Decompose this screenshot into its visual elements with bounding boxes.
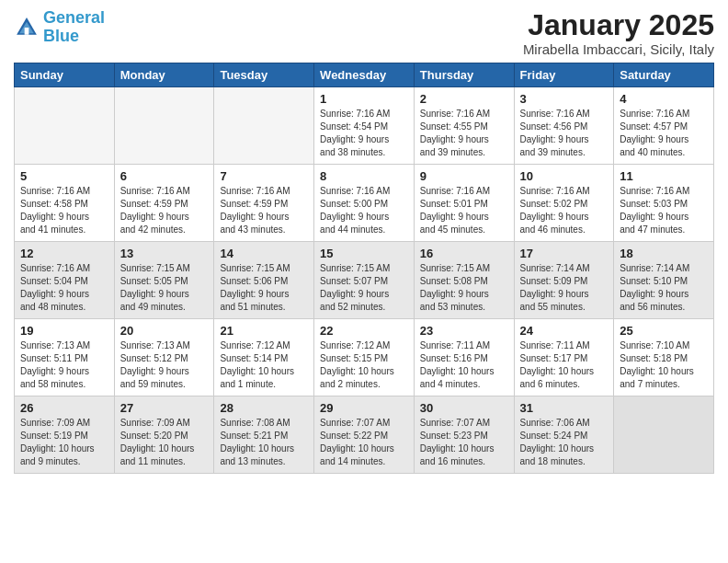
- week-row-4: 19Sunrise: 7:13 AMSunset: 5:11 PMDayligh…: [15, 319, 714, 396]
- day-info: Sunrise: 7:16 AMSunset: 4:59 PMDaylight:…: [120, 185, 209, 236]
- calendar-header-row: Sunday Monday Tuesday Wednesday Thursday…: [15, 63, 714, 87]
- calendar-cell-w3-d7: 18Sunrise: 7:14 AMSunset: 5:10 PMDayligh…: [614, 242, 714, 319]
- day-number: 22: [320, 324, 408, 338]
- header-wednesday: Wednesday: [314, 63, 415, 87]
- day-info: Sunrise: 7:15 AMSunset: 5:07 PMDaylight:…: [320, 262, 408, 314]
- day-info: Sunrise: 7:11 AMSunset: 5:17 PMDaylight:…: [520, 339, 609, 391]
- day-info: Sunrise: 7:07 AMSunset: 5:23 PMDaylight:…: [420, 417, 508, 468]
- calendar-cell-w3-d3: 14Sunrise: 7:15 AMSunset: 5:06 PMDayligh…: [214, 242, 314, 319]
- header-monday: Monday: [114, 63, 214, 87]
- day-info: Sunrise: 7:16 AMSunset: 5:02 PMDaylight:…: [520, 185, 609, 236]
- calendar-cell-w1-d1: [15, 87, 115, 165]
- day-number: 11: [620, 169, 708, 183]
- day-number: 9: [420, 169, 508, 183]
- calendar-cell-w3-d2: 13Sunrise: 7:15 AMSunset: 5:05 PMDayligh…: [114, 242, 214, 319]
- day-info: Sunrise: 7:15 AMSunset: 5:05 PMDaylight:…: [120, 262, 209, 314]
- day-info: Sunrise: 7:16 AMSunset: 5:01 PMDaylight:…: [420, 185, 508, 236]
- day-info: Sunrise: 7:14 AMSunset: 5:10 PMDaylight:…: [620, 262, 708, 314]
- day-info: Sunrise: 7:10 AMSunset: 5:18 PMDaylight:…: [620, 339, 708, 391]
- day-number: 6: [120, 169, 209, 183]
- logo-icon: [14, 15, 40, 40]
- calendar-cell-w4-d3: 21Sunrise: 7:12 AMSunset: 5:14 PMDayligh…: [214, 319, 314, 396]
- day-number: 29: [320, 401, 408, 415]
- calendar-cell-w2-d5: 9Sunrise: 7:16 AMSunset: 5:01 PMDaylight…: [414, 165, 514, 242]
- calendar-cell-w1-d7: 4Sunrise: 7:16 AMSunset: 4:57 PMDaylight…: [614, 87, 714, 165]
- calendar-cell-w2-d2: 6Sunrise: 7:16 AMSunset: 4:59 PMDaylight…: [114, 165, 214, 242]
- day-number: 15: [320, 247, 408, 260]
- header-sunday: Sunday: [15, 63, 115, 87]
- day-info: Sunrise: 7:16 AMSunset: 4:55 PMDaylight:…: [420, 108, 508, 159]
- day-number: 30: [420, 401, 508, 415]
- day-info: Sunrise: 7:06 AMSunset: 5:24 PMDaylight:…: [520, 417, 609, 468]
- day-info: Sunrise: 7:15 AMSunset: 5:06 PMDaylight:…: [220, 262, 308, 314]
- subtitle: Mirabella Imbaccari, Sicily, Italy: [523, 41, 714, 57]
- day-number: 4: [620, 92, 708, 106]
- day-number: 17: [520, 247, 609, 260]
- calendar-cell-w1-d2: [114, 87, 214, 165]
- day-number: 10: [520, 169, 609, 183]
- calendar-cell-w5-d7: [614, 396, 714, 474]
- week-row-5: 26Sunrise: 7:09 AMSunset: 5:19 PMDayligh…: [15, 396, 714, 474]
- day-number: 20: [120, 324, 209, 338]
- header-tuesday: Tuesday: [214, 63, 314, 87]
- day-info: Sunrise: 7:16 AMSunset: 4:54 PMDaylight:…: [320, 108, 408, 159]
- calendar-cell-w3-d5: 16Sunrise: 7:15 AMSunset: 5:08 PMDayligh…: [414, 242, 514, 319]
- calendar-cell-w4-d7: 25Sunrise: 7:10 AMSunset: 5:18 PMDayligh…: [614, 319, 714, 396]
- day-number: 14: [220, 247, 308, 260]
- day-number: 23: [420, 324, 508, 338]
- calendar-cell-w2-d4: 8Sunrise: 7:16 AMSunset: 5:00 PMDaylight…: [314, 165, 415, 242]
- day-info: Sunrise: 7:16 AMSunset: 5:04 PMDaylight:…: [20, 262, 108, 314]
- calendar-cell-w2-d1: 5Sunrise: 7:16 AMSunset: 4:58 PMDaylight…: [15, 165, 115, 242]
- calendar-cell-w4-d6: 24Sunrise: 7:11 AMSunset: 5:17 PMDayligh…: [514, 319, 614, 396]
- day-number: 26: [20, 401, 108, 415]
- logo-text: General Blue: [43, 9, 105, 46]
- day-number: 16: [420, 247, 508, 260]
- day-number: 7: [220, 169, 308, 183]
- day-info: Sunrise: 7:16 AMSunset: 5:00 PMDaylight:…: [320, 185, 408, 236]
- calendar-cell-w5-d2: 27Sunrise: 7:09 AMSunset: 5:20 PMDayligh…: [114, 396, 214, 474]
- day-number: 25: [620, 324, 708, 338]
- week-row-3: 12Sunrise: 7:16 AMSunset: 5:04 PMDayligh…: [15, 242, 714, 319]
- calendar-cell-w3-d1: 12Sunrise: 7:16 AMSunset: 5:04 PMDayligh…: [15, 242, 115, 319]
- day-info: Sunrise: 7:07 AMSunset: 5:22 PMDaylight:…: [320, 417, 408, 468]
- day-info: Sunrise: 7:09 AMSunset: 5:20 PMDaylight:…: [120, 417, 209, 468]
- day-number: 28: [220, 401, 308, 415]
- day-number: 19: [20, 324, 108, 338]
- svg-rect-2: [25, 28, 29, 35]
- header-friday: Friday: [514, 63, 614, 87]
- calendar-cell-w1-d4: 1Sunrise: 7:16 AMSunset: 4:54 PMDaylight…: [314, 87, 415, 165]
- day-number: 5: [20, 169, 108, 183]
- week-row-1: 1Sunrise: 7:16 AMSunset: 4:54 PMDaylight…: [15, 87, 714, 165]
- calendar-cell-w5-d3: 28Sunrise: 7:08 AMSunset: 5:21 PMDayligh…: [214, 396, 314, 474]
- month-title: January 2025: [523, 9, 714, 41]
- calendar-cell-w3-d4: 15Sunrise: 7:15 AMSunset: 5:07 PMDayligh…: [314, 242, 415, 319]
- week-row-2: 5Sunrise: 7:16 AMSunset: 4:58 PMDaylight…: [15, 165, 714, 242]
- day-info: Sunrise: 7:09 AMSunset: 5:19 PMDaylight:…: [20, 417, 108, 468]
- day-info: Sunrise: 7:13 AMSunset: 5:12 PMDaylight:…: [120, 339, 209, 391]
- header-thursday: Thursday: [414, 63, 514, 87]
- calendar-cell-w2-d7: 11Sunrise: 7:16 AMSunset: 5:03 PMDayligh…: [614, 165, 714, 242]
- header-saturday: Saturday: [614, 63, 714, 87]
- calendar-cell-w4-d1: 19Sunrise: 7:13 AMSunset: 5:11 PMDayligh…: [15, 319, 115, 396]
- day-number: 12: [20, 247, 108, 260]
- day-number: 2: [420, 92, 508, 106]
- header: General Blue January 2025 Mirabella Imba…: [14, 9, 714, 57]
- day-number: 3: [520, 92, 609, 106]
- day-number: 31: [520, 401, 609, 415]
- day-info: Sunrise: 7:16 AMSunset: 4:57 PMDaylight:…: [620, 108, 708, 159]
- day-number: 24: [520, 324, 609, 338]
- day-info: Sunrise: 7:11 AMSunset: 5:16 PMDaylight:…: [420, 339, 508, 391]
- logo-line1: General: [43, 8, 105, 27]
- day-number: 13: [120, 247, 209, 260]
- calendar-cell-w2-d6: 10Sunrise: 7:16 AMSunset: 5:02 PMDayligh…: [514, 165, 614, 242]
- calendar-cell-w5-d5: 30Sunrise: 7:07 AMSunset: 5:23 PMDayligh…: [414, 396, 514, 474]
- day-number: 21: [220, 324, 308, 338]
- calendar-cell-w5-d4: 29Sunrise: 7:07 AMSunset: 5:22 PMDayligh…: [314, 396, 415, 474]
- day-info: Sunrise: 7:15 AMSunset: 5:08 PMDaylight:…: [420, 262, 508, 314]
- calendar-table: Sunday Monday Tuesday Wednesday Thursday…: [14, 63, 714, 474]
- day-number: 27: [120, 401, 209, 415]
- calendar-cell-w3-d6: 17Sunrise: 7:14 AMSunset: 5:09 PMDayligh…: [514, 242, 614, 319]
- day-info: Sunrise: 7:12 AMSunset: 5:14 PMDaylight:…: [220, 339, 308, 391]
- day-info: Sunrise: 7:16 AMSunset: 4:56 PMDaylight:…: [520, 108, 609, 159]
- day-info: Sunrise: 7:16 AMSunset: 4:58 PMDaylight:…: [20, 185, 108, 236]
